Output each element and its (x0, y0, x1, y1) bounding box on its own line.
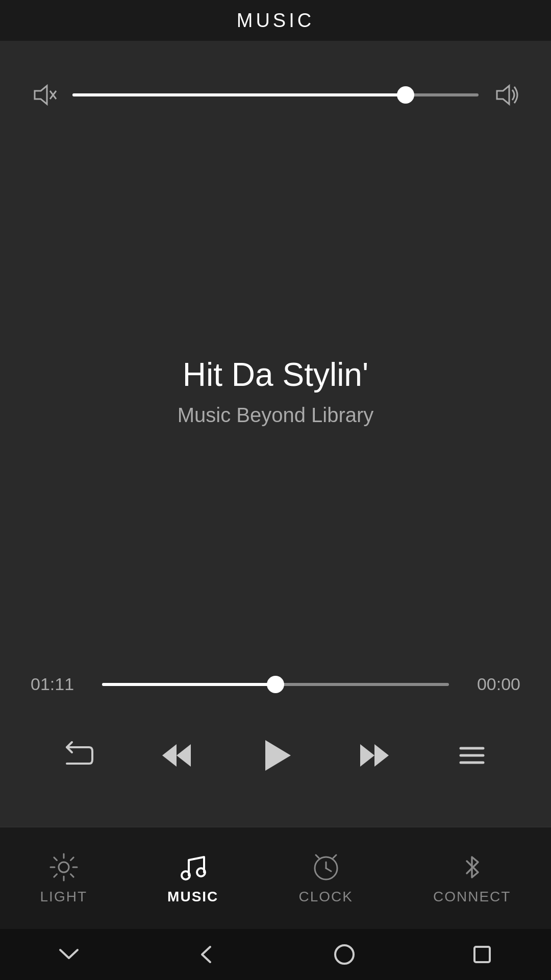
song-artist: Music Beyond Library (178, 404, 374, 427)
progress-slider-thumb (267, 676, 284, 693)
svg-marker-3 (497, 86, 509, 104)
volume-slider-fill (72, 93, 406, 96)
svg-point-12 (59, 862, 69, 872)
svg-line-19 (70, 857, 73, 860)
nav-label-light: LIGHT (40, 889, 87, 905)
nav-label-music: MUSIC (167, 889, 218, 905)
clock-icon (311, 852, 341, 883)
svg-marker-7 (360, 744, 374, 767)
svg-marker-4 (162, 744, 177, 767)
light-icon (48, 852, 79, 883)
bluetooth-icon (457, 852, 487, 883)
nav-item-music[interactable]: MUSIC (152, 847, 234, 910)
progress-slider-fill (102, 683, 276, 686)
volume-slider[interactable] (72, 93, 479, 96)
main-content: Hit Da Stylin' Music Beyond Library 01:1… (0, 41, 551, 827)
recents-button[interactable] (449, 937, 515, 972)
nav-item-clock[interactable]: CLOCK (283, 847, 368, 910)
current-time: 01:11 (31, 674, 87, 694)
svg-marker-5 (177, 744, 191, 767)
volume-mute-icon (31, 82, 57, 108)
volume-slider-thumb (397, 86, 414, 104)
nav-item-light[interactable]: LIGHT (25, 847, 103, 910)
notifications-button[interactable] (36, 937, 102, 972)
repeat-button[interactable] (51, 727, 108, 784)
music-icon (178, 852, 208, 883)
home-button[interactable] (311, 937, 378, 972)
play-button[interactable] (245, 725, 306, 786)
svg-line-18 (70, 874, 73, 877)
bottom-nav: LIGHT MUSIC CLOCK (0, 827, 551, 929)
nav-label-connect: CONNECT (433, 889, 511, 905)
svg-line-20 (54, 874, 57, 877)
system-bar (0, 929, 551, 980)
fast-forward-button[interactable] (346, 727, 403, 784)
svg-line-26 (316, 855, 319, 858)
svg-point-28 (335, 945, 354, 964)
page-title: MUSIC (237, 10, 314, 32)
progress-slider[interactable] (102, 683, 449, 686)
playback-controls (31, 725, 520, 786)
svg-rect-29 (474, 947, 490, 962)
back-button[interactable] (173, 937, 240, 972)
rewind-button[interactable] (148, 727, 205, 784)
svg-marker-6 (265, 740, 291, 771)
nav-item-connect[interactable]: CONNECT (418, 847, 526, 910)
nav-label-clock: CLOCK (298, 889, 353, 905)
queue-button[interactable] (443, 727, 500, 784)
song-title: Hit Da Stylin' (183, 356, 368, 394)
volume-max-icon (494, 82, 520, 108)
svg-line-25 (326, 868, 331, 871)
svg-line-27 (333, 855, 336, 858)
remaining-time: 00:00 (464, 674, 520, 694)
svg-line-17 (54, 857, 57, 860)
top-bar: MUSIC (0, 0, 551, 41)
volume-section (31, 82, 520, 108)
svg-marker-8 (374, 744, 389, 767)
progress-section: 01:11 00:00 (31, 674, 520, 694)
song-info: Hit Da Stylin' Music Beyond Library (31, 108, 520, 674)
svg-marker-0 (35, 86, 47, 104)
